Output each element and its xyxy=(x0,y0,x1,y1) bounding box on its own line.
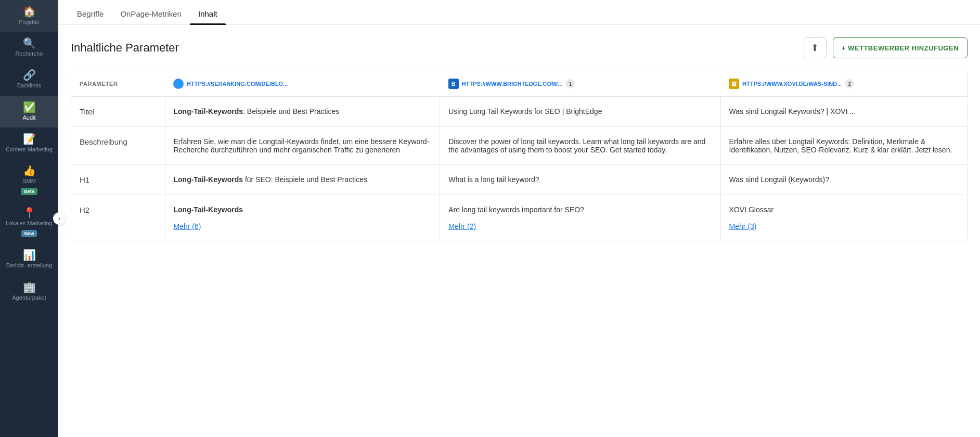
tab-inhalt[interactable]: Inhalt xyxy=(190,3,226,24)
sidebar-item-label: Bericht- erstellung xyxy=(6,262,53,269)
sidebar: 🏠 Projekte 🔍 Recherche 🔗 Backlinks ✅ Aud… xyxy=(0,0,58,437)
sidebar-item-audit[interactable]: ✅ Audit xyxy=(0,96,58,127)
smm-icon: 👍 xyxy=(23,165,36,176)
xovi-badge: 2 xyxy=(845,79,854,88)
brightedge-cell-0: Using Long Tail Keywords for SEO | Brigh… xyxy=(440,97,720,127)
brightedge-column-header: B HTTPS://WWW.BRIGHTEDGE.COM/... 1 xyxy=(440,71,720,97)
berichterstellung-icon: 📊 xyxy=(23,250,36,260)
xovi-cell-2: Was sind Longtail (Keywords)? xyxy=(720,165,967,195)
table-body: TitelLong-Tail-Keywords: Beispiele und B… xyxy=(71,97,967,241)
page-title: Inhaltliche Parameter xyxy=(71,41,179,55)
seranking-cell-1: Erfahren Sie, wie man die Longtail-Keywo… xyxy=(165,127,440,165)
sidebar-item-label: Recherche xyxy=(15,50,43,57)
tab-bar: BegriffeOnPage-MetrikenInhalt xyxy=(58,0,980,25)
param-column-header: PARAMETER xyxy=(71,71,165,97)
sidebar-item-recherche[interactable]: 🔍 Recherche xyxy=(0,32,58,63)
xovi-icon: 🖼 xyxy=(729,79,739,89)
content-marketing-icon: 📝 xyxy=(23,134,36,144)
seranking-cell-3: Long-Tail-KeywordsMehr (6) xyxy=(165,195,440,241)
audit-icon: ✅ xyxy=(23,102,36,112)
bold-text: Long-Tail-Keywords xyxy=(174,205,243,214)
brightedge-cell-1: Discover the power of long tail keywords… xyxy=(440,127,720,165)
sidebar-badge-smm: Beta xyxy=(21,188,37,195)
tab-begriffe[interactable]: Begriffe xyxy=(69,3,112,24)
sidebar-item-smm[interactable]: 👍 SMM Beta xyxy=(0,159,58,201)
xovi-column-header: 🖼 HTTPS://WWW.XOVI.DE/WAS-SIND... 2 xyxy=(720,71,967,97)
mehr-link-xovi-3[interactable]: Mehr (3) xyxy=(729,222,757,230)
xovi-cell-0: Was sind Longtail Keywords? | XOVI ... xyxy=(720,97,967,127)
main-panel: BegriffeOnPage-MetrikenInhalt Inhaltlich… xyxy=(58,0,980,437)
sidebar-toggle[interactable]: › xyxy=(53,212,66,225)
brightedge-badge: 1 xyxy=(565,79,575,88)
add-competitor-button[interactable]: + WETTBEWERBER HINZUFÜGEN xyxy=(833,37,968,58)
sidebar-item-label: Projekte xyxy=(19,19,40,25)
agenturpaket-icon: 🏢 xyxy=(23,282,36,292)
xovi-cell-3: XOVI GlossarMehr (3) xyxy=(720,195,967,241)
param-cell-0: Titel xyxy=(71,97,165,127)
sidebar-item-label: SMM xyxy=(22,178,36,185)
sidebar-item-label: Audit xyxy=(22,114,35,121)
table-header-row: PARAMETER 🌐 HTTPS://SERANKING.COM/DE/BLO… xyxy=(71,71,967,97)
parameters-table: PARAMETER 🌐 HTTPS://SERANKING.COM/DE/BLO… xyxy=(71,71,967,241)
tab-onpage-metriken[interactable]: OnPage-Metriken xyxy=(112,3,190,24)
content-header: Inhaltliche Parameter ⬆ + WETTBEWERBER H… xyxy=(71,37,968,58)
bold-text: Long-Tail-Keywords xyxy=(174,107,243,115)
table-row: H1Long-Tail-Keywords für SEO: Beispiele … xyxy=(71,165,967,195)
sidebar-item-label: Content Marketing xyxy=(6,146,53,153)
table-row: TitelLong-Tail-Keywords: Beispiele und B… xyxy=(71,97,967,127)
upload-button[interactable]: ⬆ xyxy=(804,37,827,58)
sidebar-item-label: Agenturpaket xyxy=(12,294,46,301)
seranking-column-header: 🌐 HTTPS://SERANKING.COM/DE/BLO... xyxy=(165,71,440,97)
sidebar-item-label: Backlinks xyxy=(17,82,41,89)
seranking-icon: 🌐 xyxy=(173,79,184,89)
rest-text: für SEO: Beispiele und Best Practices xyxy=(243,175,367,184)
parameters-table-wrap: PARAMETER 🌐 HTTPS://SERANKING.COM/DE/BLO… xyxy=(71,71,968,241)
param-cell-1: Beschreibung xyxy=(71,127,165,165)
param-cell-2: H1 xyxy=(71,165,165,195)
sidebar-item-label: Lokales Marketing xyxy=(6,220,52,227)
xovi-cell-1: Erfahre alles über Longtail Keywords: De… xyxy=(720,127,967,165)
seranking-url[interactable]: HTTPS://SERANKING.COM/DE/BLO... xyxy=(187,81,288,87)
brightedge-cell-3: Are long tail keywords important for SEO… xyxy=(440,195,720,241)
table-row: H2Long-Tail-KeywordsMehr (6)Are long tai… xyxy=(71,195,967,241)
brightedge-icon: B xyxy=(448,79,459,89)
sidebar-item-agenturpaket[interactable]: 🏢 Agenturpaket xyxy=(0,276,58,307)
seranking-cell-2: Long-Tail-Keywords für SEO: Beispiele un… xyxy=(165,165,440,195)
bold-text: Long-Tail-Keywords xyxy=(174,175,243,184)
seranking-cell-0: Long-Tail-Keywords: Beispiele und Best P… xyxy=(165,97,440,127)
content-area: Inhaltliche Parameter ⬆ + WETTBEWERBER H… xyxy=(58,25,980,437)
lokales-marketing-icon: 📍 xyxy=(23,208,36,218)
sidebar-item-content-marketing[interactable]: 📝 Content Marketing xyxy=(0,127,58,159)
table-row: BeschreibungErfahren Sie, wie man die Lo… xyxy=(71,127,967,165)
header-actions: ⬆ + WETTBEWERBER HINZUFÜGEN xyxy=(804,37,968,58)
projekte-icon: 🏠 xyxy=(23,6,36,17)
rest-text: : Beispiele und Best Practices xyxy=(243,107,339,115)
mehr-link-brightedge-3[interactable]: Mehr (2) xyxy=(448,222,476,230)
sidebar-item-berichterstellung[interactable]: 📊 Bericht- erstellung xyxy=(0,243,58,275)
xovi-url[interactable]: HTTPS://WWW.XOVI.DE/WAS-SIND... xyxy=(742,81,842,87)
sidebar-item-backlinks[interactable]: 🔗 Backlinks xyxy=(0,63,58,95)
param-cell-3: H2 xyxy=(71,195,165,241)
sidebar-item-projekte[interactable]: 🏠 Projekte xyxy=(0,0,58,32)
backlinks-icon: 🔗 xyxy=(23,70,36,80)
brightedge-cell-2: What is a long tail keyword? xyxy=(440,165,720,195)
sidebar-badge-lokales-marketing: New xyxy=(21,230,37,237)
recherche-icon: 🔍 xyxy=(23,38,36,48)
mehr-link-seranking-3[interactable]: Mehr (6) xyxy=(174,222,201,230)
brightedge-url[interactable]: HTTPS://WWW.BRIGHTEDGE.COM/... xyxy=(462,81,563,87)
sidebar-item-lokales-marketing[interactable]: 📍 Lokales Marketing New xyxy=(0,201,58,243)
